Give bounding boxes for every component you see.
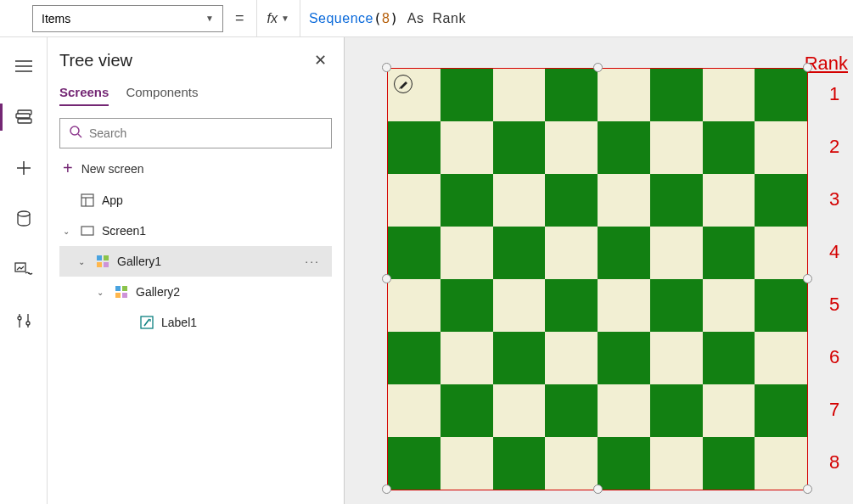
rank-row[interactable] [388, 437, 807, 490]
board-cell[interactable] [493, 174, 546, 227]
board-cell[interactable] [598, 227, 650, 279]
board-cell[interactable] [441, 227, 493, 279]
rank-row[interactable] [388, 227, 807, 279]
chevron-down-icon[interactable]: ⌄ [97, 288, 109, 297]
board-cell[interactable] [755, 384, 807, 437]
board-cell[interactable] [703, 279, 755, 332]
search-box[interactable] [59, 118, 332, 148]
board-cell[interactable] [755, 69, 807, 121]
board-cell[interactable] [388, 279, 441, 332]
board-cell[interactable] [650, 227, 703, 279]
board-cell[interactable] [598, 69, 650, 121]
edit-template-icon[interactable] [394, 75, 412, 93]
board-cell[interactable] [545, 384, 598, 437]
search-input[interactable] [89, 126, 323, 140]
rail-insert[interactable] [7, 151, 41, 185]
board-cell[interactable] [755, 332, 807, 384]
rank-row[interactable] [388, 121, 807, 174]
rank-row[interactable] [388, 69, 807, 121]
rank-row[interactable] [388, 332, 807, 384]
board-cell[interactable] [388, 332, 441, 384]
board-cell[interactable] [755, 121, 807, 174]
board-cell[interactable] [493, 437, 546, 490]
board-cell[interactable] [598, 174, 650, 227]
board-cell[interactable] [441, 174, 493, 227]
board-cell[interactable] [598, 121, 650, 174]
rank-row[interactable] [388, 384, 807, 437]
board-cell[interactable] [650, 384, 703, 437]
board-cell[interactable] [598, 332, 650, 384]
board-cell[interactable] [493, 69, 546, 121]
board-cell[interactable] [650, 437, 703, 490]
resize-handle[interactable] [593, 484, 603, 494]
board-cell[interactable] [545, 227, 598, 279]
rail-settings-advanced[interactable] [7, 304, 41, 338]
board-cell[interactable] [703, 121, 755, 174]
more-icon[interactable]: ··· [305, 255, 320, 268]
resize-handle[interactable] [803, 274, 812, 283]
board-cell[interactable] [441, 69, 493, 121]
resize-handle[interactable] [382, 63, 391, 72]
board-cell[interactable] [441, 332, 493, 384]
board-cell[interactable] [493, 279, 546, 332]
board-cell[interactable] [545, 121, 598, 174]
tree-node-gallery2[interactable]: ⌄ Gallery2 [59, 277, 332, 307]
chevron-down-icon[interactable]: ⌄ [78, 257, 90, 266]
board-cell[interactable] [388, 227, 441, 279]
tab-screens[interactable]: Screens [59, 85, 109, 106]
tab-components[interactable]: Components [126, 85, 198, 106]
gallery-on-canvas[interactable]: 12345678 [387, 68, 808, 490]
board-cell[interactable] [441, 121, 493, 174]
board-cell[interactable] [598, 279, 650, 332]
board-cell[interactable] [545, 332, 598, 384]
board-cell[interactable] [703, 69, 755, 121]
board-cell[interactable] [388, 174, 441, 227]
board-cell[interactable] [545, 279, 598, 332]
resize-handle[interactable] [803, 63, 812, 72]
board-cell[interactable] [493, 332, 546, 384]
board-cell[interactable] [493, 227, 546, 279]
rail-data[interactable] [7, 202, 41, 236]
tree-node-gallery1[interactable]: ⌄ Gallery1 ··· [59, 246, 332, 277]
board-cell[interactable] [755, 174, 807, 227]
resize-handle[interactable] [593, 63, 603, 72]
chessboard[interactable] [387, 68, 808, 490]
board-cell[interactable] [703, 174, 755, 227]
board-cell[interactable] [441, 279, 493, 332]
formula-input[interactable]: Sequence(8) As Rank [300, 10, 466, 26]
rail-tree-view[interactable] [7, 100, 41, 134]
board-cell[interactable] [703, 227, 755, 279]
board-cell[interactable] [703, 384, 755, 437]
board-cell[interactable] [388, 384, 441, 437]
property-select[interactable]: Items ▼ [32, 5, 223, 32]
resize-handle[interactable] [382, 484, 391, 494]
board-cell[interactable] [755, 279, 807, 332]
new-screen-button[interactable]: + New screen [63, 159, 332, 178]
board-cell[interactable] [650, 279, 703, 332]
board-cell[interactable] [755, 437, 807, 490]
board-cell[interactable] [545, 69, 598, 121]
board-cell[interactable] [493, 121, 546, 174]
tree-node-screen1[interactable]: ⌄ Screen1 [59, 216, 332, 246]
board-cell[interactable] [441, 437, 493, 490]
rank-row[interactable] [388, 174, 807, 227]
tree-node-label1[interactable]: Label1 [59, 307, 332, 338]
board-cell[interactable] [388, 121, 441, 174]
resize-handle[interactable] [382, 274, 391, 283]
tree-node-app[interactable]: App [59, 185, 332, 216]
board-cell[interactable] [598, 437, 650, 490]
board-cell[interactable] [545, 174, 598, 227]
board-cell[interactable] [441, 384, 493, 437]
board-cell[interactable] [545, 437, 598, 490]
rail-media[interactable] [7, 253, 41, 287]
board-cell[interactable] [598, 384, 650, 437]
board-cell[interactable] [493, 384, 546, 437]
resize-handle[interactable] [803, 484, 812, 494]
close-icon[interactable]: ✕ [309, 46, 332, 75]
fx-dropdown[interactable]: fx ▼ [256, 0, 300, 37]
board-cell[interactable] [703, 332, 755, 384]
board-cell[interactable] [650, 174, 703, 227]
board-cell[interactable] [388, 437, 441, 490]
rank-row[interactable] [388, 279, 807, 332]
board-cell[interactable] [755, 227, 807, 279]
